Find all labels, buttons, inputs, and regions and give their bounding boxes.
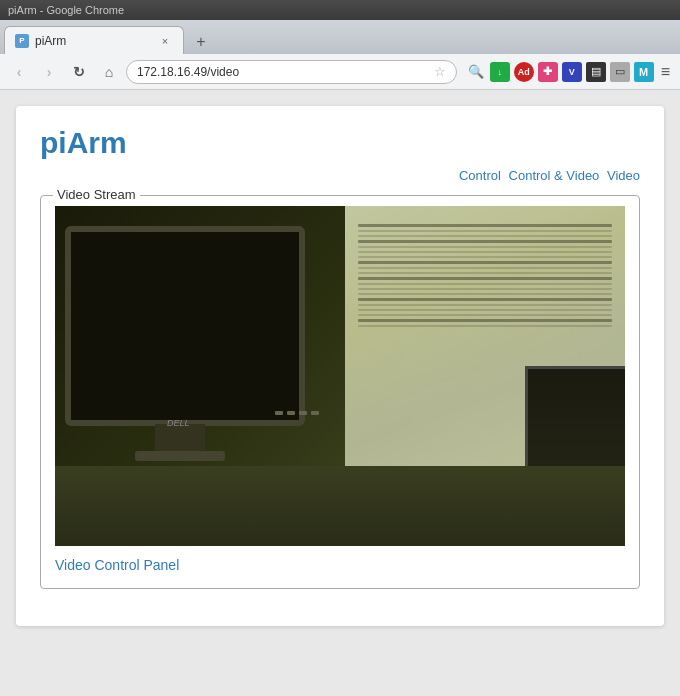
paper-line	[358, 240, 612, 243]
ext-film-icon[interactable]: ▤	[585, 61, 607, 83]
ext-cast-btn: ▭	[610, 62, 630, 82]
video-stream-feed: DELL	[55, 206, 625, 546]
forward-button[interactable]: ›	[36, 59, 62, 85]
bottom-area	[55, 466, 625, 546]
window-titlebar: piArm - Google Chrome	[0, 0, 680, 20]
mon-btn	[311, 411, 319, 415]
paper-line	[358, 325, 612, 327]
paper-line	[358, 267, 612, 269]
paper-line	[358, 235, 612, 237]
ext-blue-v-icon: V	[562, 62, 582, 82]
paper-line	[358, 309, 612, 311]
reload-button[interactable]: ↻	[66, 59, 92, 85]
tab-label: piArm	[35, 34, 66, 48]
monitor	[65, 226, 305, 426]
new-tab-button[interactable]: +	[188, 32, 214, 52]
address-bar: ‹ › ↻ ⌂ ☆ 🔍 ↓ Ad ✚ V ▤ ▭ M ≡	[0, 54, 680, 90]
address-input[interactable]	[137, 65, 428, 79]
tab-favicon: P	[15, 34, 29, 48]
video-stream-label: Video Stream	[53, 187, 140, 202]
ext-blue-icon[interactable]: V	[561, 61, 583, 83]
address-input-wrap[interactable]: ☆	[126, 60, 457, 84]
paper-line	[358, 246, 612, 248]
nav-link-control[interactable]: Control	[459, 168, 501, 183]
paper-line	[358, 277, 612, 280]
ext-film-strip-icon: ▤	[586, 62, 606, 82]
nav-links: Control Control & Video Video	[40, 168, 640, 183]
mon-btn	[287, 411, 295, 415]
tab-bar: P piArm × +	[0, 20, 680, 54]
ext-red-icon: Ad	[514, 62, 534, 82]
toolbar-extensions: 🔍 ↓ Ad ✚ V ▤ ▭ M ≡	[465, 61, 674, 83]
paper-line	[358, 319, 612, 322]
paper-line	[358, 283, 612, 285]
monitor-logo: DELL	[167, 418, 190, 428]
nav-link-control-video[interactable]: Control & Video	[509, 168, 600, 183]
video-stream-box: Video Stream	[40, 195, 640, 589]
paper-line	[358, 251, 612, 253]
monitor-stand	[155, 424, 205, 454]
page-card: piArm Control Control & Video Video Vide…	[16, 106, 664, 626]
monitor-base	[135, 451, 225, 461]
ext-green-icon: ↓	[490, 62, 510, 82]
bookmark-icon[interactable]: ☆	[434, 64, 446, 79]
paper-line	[358, 230, 612, 232]
paper-line	[358, 256, 612, 258]
tab-close-button[interactable]: ×	[157, 33, 173, 49]
search-extension-icon[interactable]: 🔍	[465, 61, 487, 83]
paper-line	[358, 298, 612, 301]
active-tab[interactable]: P piArm ×	[4, 26, 184, 54]
paper-line	[358, 288, 612, 290]
monitor-buttons	[275, 411, 319, 415]
chrome-menu-button[interactable]: ≡	[657, 61, 674, 83]
paper-line	[358, 272, 612, 274]
ext-m-btn: M	[634, 62, 654, 82]
paper-line	[358, 261, 612, 264]
home-button[interactable]: ⌂	[96, 59, 122, 85]
page-title: piArm	[40, 126, 640, 160]
video-control-panel-link[interactable]: Video Control Panel	[55, 557, 179, 573]
paper-line	[358, 224, 612, 227]
paper-line	[358, 304, 612, 306]
mon-btn	[299, 411, 307, 415]
ext-m-icon[interactable]: M	[633, 61, 655, 83]
browser-content: piArm Control Control & Video Video Vide…	[0, 90, 680, 696]
mon-btn	[275, 411, 283, 415]
nav-link-video[interactable]: Video	[607, 168, 640, 183]
ext-plus-icon[interactable]: ✚	[537, 61, 559, 83]
window-title: piArm - Google Chrome	[8, 4, 124, 16]
paper-line	[358, 293, 612, 295]
ext-download-icon[interactable]: ↓	[489, 61, 511, 83]
video-scene: DELL	[55, 206, 625, 546]
ext-pink-icon: ✚	[538, 62, 558, 82]
ext-cast-icon[interactable]: ▭	[609, 61, 631, 83]
ext-adblock-icon[interactable]: Ad	[513, 61, 535, 83]
back-button[interactable]: ‹	[6, 59, 32, 85]
paper-line	[358, 314, 612, 316]
